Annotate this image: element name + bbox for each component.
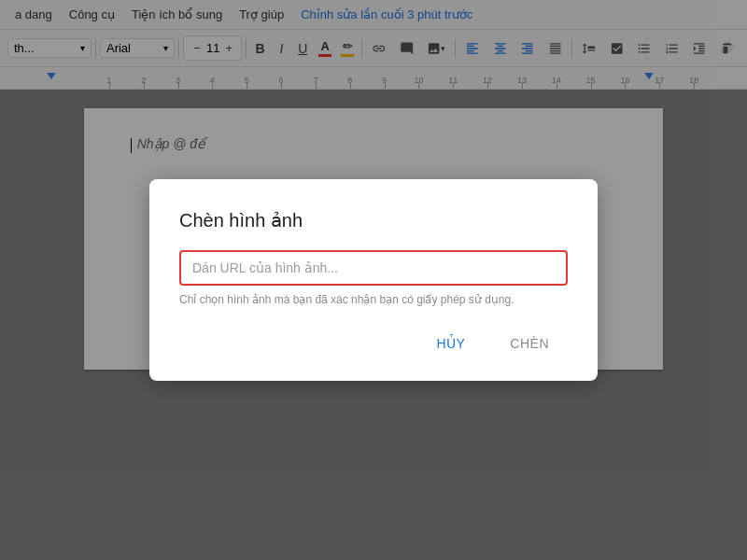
modal-hint: Chỉ chọn hình ảnh mà bạn đã xác nhận bạn… (179, 293, 568, 306)
url-input[interactable] (192, 260, 555, 275)
cancel-button[interactable]: HỦY (417, 329, 484, 358)
insert-image-modal: Chèn hình ảnh Chỉ chọn hình ảnh mà bạn đ… (149, 179, 598, 381)
modal-button-group: HỦY CHÈN (179, 329, 568, 358)
url-input-wrapper[interactable] (179, 250, 568, 286)
insert-button[interactable]: CHÈN (491, 329, 568, 358)
modal-title: Chèn hình ảnh (179, 209, 568, 231)
modal-overlay[interactable]: Chèn hình ảnh Chỉ chọn hình ảnh mà bạn đ… (0, 0, 747, 560)
